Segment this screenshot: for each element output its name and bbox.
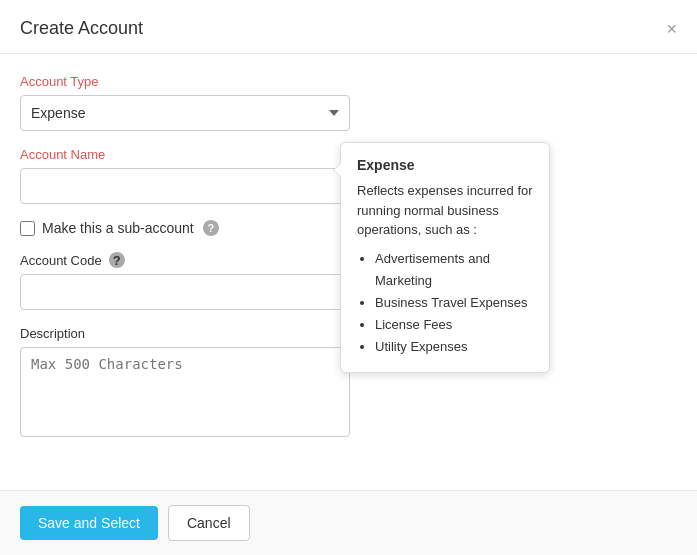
list-item: Utility Expenses (375, 336, 533, 358)
account-code-input[interactable] (20, 274, 350, 310)
sub-account-help-icon[interactable]: ? (203, 220, 219, 236)
create-account-modal: Create Account × Account Type Expense In… (0, 0, 697, 555)
modal-title: Create Account (20, 18, 143, 39)
account-name-input[interactable] (20, 168, 350, 204)
list-item: Business Travel Expenses (375, 292, 533, 314)
tooltip-title: Expense (357, 157, 533, 173)
expense-tooltip: Expense Reflects expenses incurred for r… (340, 142, 550, 373)
description-textarea[interactable] (20, 347, 350, 437)
list-item: License Fees (375, 314, 533, 336)
account-type-label: Account Type (20, 74, 677, 89)
modal-overlay: Create Account × Account Type Expense In… (0, 0, 697, 555)
modal-body: Account Type Expense Income Asset Liabil… (0, 54, 697, 490)
sub-account-checkbox[interactable] (20, 221, 35, 236)
modal-footer: Save and Select Cancel (0, 490, 697, 555)
account-type-select[interactable]: Expense Income Asset Liability Equity (20, 95, 350, 131)
tooltip-list: Advertisements and Marketing Business Tr… (357, 248, 533, 358)
close-button[interactable]: × (666, 20, 677, 38)
cancel-button[interactable]: Cancel (168, 505, 250, 541)
sub-account-label: Make this a sub-account (42, 220, 194, 236)
save-and-select-button[interactable]: Save and Select (20, 506, 158, 540)
account-type-group: Account Type Expense Income Asset Liabil… (20, 74, 677, 131)
account-code-help-icon[interactable]: ? (109, 252, 125, 268)
account-code-label: Account Code (20, 253, 102, 268)
list-item: Advertisements and Marketing (375, 248, 533, 292)
tooltip-description: Reflects expenses incurred for running n… (357, 181, 533, 240)
modal-header: Create Account × (0, 0, 697, 54)
